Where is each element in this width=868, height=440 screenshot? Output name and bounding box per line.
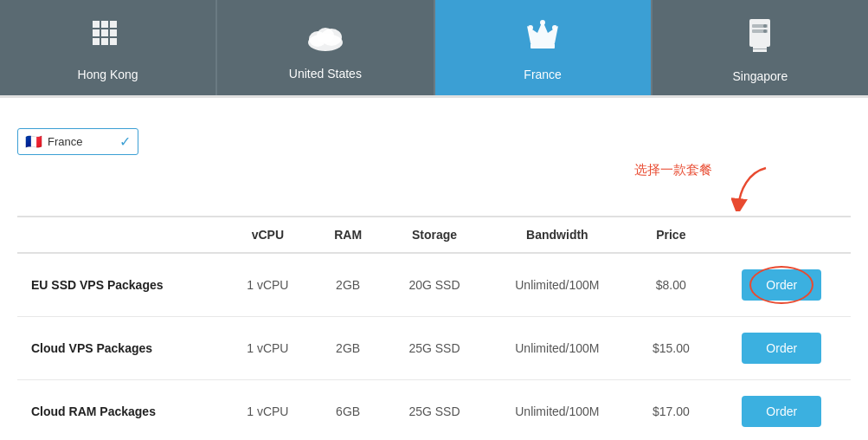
svg-rect-2 xyxy=(93,38,100,45)
svg-rect-7 xyxy=(110,29,117,36)
svg-rect-5 xyxy=(101,38,108,45)
hk-icon xyxy=(89,19,127,59)
us-icon xyxy=(304,20,347,58)
order-button-2[interactable]: Order xyxy=(742,396,821,427)
svg-point-24 xyxy=(763,29,767,33)
sg-icon xyxy=(745,17,775,61)
row-2-price: $17.00 xyxy=(629,380,712,441)
svg-rect-8 xyxy=(110,38,117,45)
table-row: Cloud RAM Packages 1 vCPU 6GB 25G SSD Un… xyxy=(17,380,851,441)
tab-united-states-label: United States xyxy=(289,67,362,81)
row-0-bandwidth: Unlimited/100M xyxy=(485,253,629,317)
svg-point-15 xyxy=(540,20,545,25)
row-0-action: Order xyxy=(713,253,852,317)
fr-icon xyxy=(524,19,562,59)
packages-table: vCPU RAM Storage Bandwidth Price EU SSD … xyxy=(17,216,851,440)
row-2-name: Cloud RAM Packages xyxy=(17,380,223,441)
row-0-vcpu: 1 vCPU xyxy=(223,253,312,317)
tab-united-states[interactable]: United States xyxy=(217,0,434,95)
svg-point-16 xyxy=(528,25,533,30)
tab-singapore-label: Singapore xyxy=(732,69,788,83)
order-button-1[interactable]: Order xyxy=(742,333,821,364)
row-1-name: Cloud VPS Packages xyxy=(17,317,223,380)
svg-rect-20 xyxy=(753,49,767,49)
svg-point-17 xyxy=(552,25,557,30)
country-selector[interactable]: 🇫🇷 France ✓ xyxy=(17,128,138,155)
page-wrapper: Hong Kong United States xyxy=(0,0,868,440)
row-1-vcpu: 1 vCPU xyxy=(223,317,312,380)
row-0-name: EU SSD VPS Packages xyxy=(17,253,223,317)
content-area: 🇫🇷 France ✓ 选择一款套餐 xyxy=(0,98,868,440)
row-1-price: $15.00 xyxy=(629,317,712,380)
row-2-bandwidth: Unlimited/100M xyxy=(485,380,629,441)
tab-france[interactable]: France xyxy=(435,0,653,95)
country-name: France xyxy=(48,135,113,148)
svg-rect-4 xyxy=(101,29,108,36)
tab-hong-kong-label: Hong Kong xyxy=(78,68,138,81)
row-1-action: Order xyxy=(713,317,852,380)
col-header-ram: RAM xyxy=(312,217,383,253)
annotation-text: 选择一款套餐 xyxy=(634,162,712,178)
col-header-vcpu: vCPU xyxy=(223,217,312,253)
table-row: EU SSD VPS Packages 1 vCPU 2GB 20G SSD U… xyxy=(17,253,851,317)
country-flag: 🇫🇷 xyxy=(25,133,42,150)
svg-point-23 xyxy=(763,24,767,28)
tab-france-label: France xyxy=(524,68,562,81)
row-2-ram: 6GB xyxy=(312,380,383,441)
col-header-storage: Storage xyxy=(383,217,485,253)
tab-singapore[interactable]: Singapore xyxy=(653,0,868,95)
annotation-arrow-icon xyxy=(731,164,800,211)
row-2-storage: 25G SSD xyxy=(383,380,485,441)
row-1-bandwidth: Unlimited/100M xyxy=(485,317,629,380)
col-header-bandwidth: Bandwidth xyxy=(485,217,629,253)
svg-rect-3 xyxy=(101,21,108,28)
table-header-row: vCPU RAM Storage Bandwidth Price xyxy=(17,217,851,253)
row-2-vcpu: 1 vCPU xyxy=(223,380,312,441)
row-0-ram: 2GB xyxy=(312,253,383,317)
row-1-storage: 25G SSD xyxy=(383,317,485,380)
annotation-area: 选择一款套餐 xyxy=(17,155,851,216)
chevron-down-icon: ✓ xyxy=(119,133,131,150)
col-header-action xyxy=(713,217,852,253)
svg-rect-0 xyxy=(93,21,100,28)
row-1-ram: 2GB xyxy=(312,317,383,380)
location-tabs: Hong Kong United States xyxy=(0,0,868,98)
svg-rect-1 xyxy=(93,29,100,36)
order-button-0[interactable]: Order xyxy=(742,269,821,301)
row-2-action: Order xyxy=(713,380,852,441)
row-0-price: $8.00 xyxy=(629,253,712,317)
svg-rect-14 xyxy=(530,43,555,49)
svg-rect-6 xyxy=(110,21,117,28)
packages-table-wrapper: vCPU RAM Storage Bandwidth Price EU SSD … xyxy=(9,216,859,440)
svg-point-12 xyxy=(317,28,334,43)
col-header-price: Price xyxy=(629,217,712,253)
tab-hong-kong[interactable]: Hong Kong xyxy=(0,0,217,95)
table-row: Cloud VPS Packages 1 vCPU 2GB 25G SSD Un… xyxy=(17,317,851,380)
row-0-storage: 20G SSD xyxy=(383,253,485,317)
col-header-name xyxy=(17,217,223,253)
